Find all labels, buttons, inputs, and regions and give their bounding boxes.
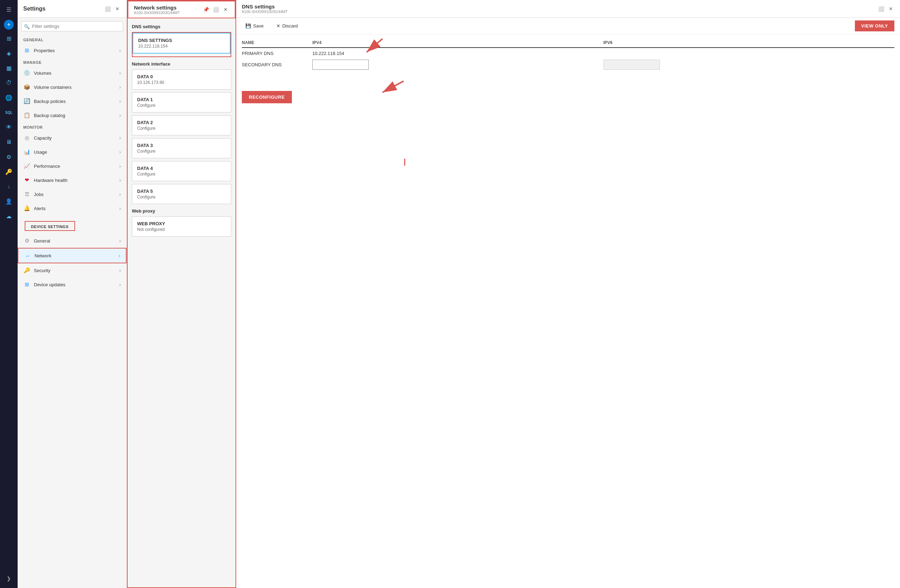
dns-panel-title: DNS settings — [242, 3, 288, 9]
sql-icon[interactable]: SQL — [3, 107, 15, 118]
discard-button[interactable]: ✕ Discard — [273, 21, 301, 31]
sidebar-item-general[interactable]: ⚙ General › — [18, 234, 127, 248]
eye-icon[interactable]: 👁 — [3, 121, 15, 133]
minimize-button[interactable]: ⬜ — [104, 5, 111, 12]
sidebar-item-network[interactable]: ↔ Network › — [18, 248, 127, 263]
network-maximize-button[interactable]: ⬜ — [212, 6, 219, 13]
search-input[interactable] — [21, 21, 123, 31]
dns-window-controls: ⬜ ✕ — [877, 5, 894, 12]
monitor-icon[interactable]: 🖥 — [3, 136, 15, 148]
close-button[interactable]: ✕ — [114, 5, 121, 12]
performance-label: Performance — [34, 164, 119, 169]
sidebar-item-security[interactable]: 🔑 Security › — [18, 263, 127, 278]
settings-header: Settings ⬜ ✕ — [18, 0, 127, 18]
dns-card-subtitle: 10.222.118.154 — [138, 44, 225, 49]
backup-policies-label: Backup policies — [34, 99, 119, 104]
save-button[interactable]: 💾 Save — [242, 21, 267, 31]
discard-label: Discard — [282, 23, 298, 29]
dns-card-wrapper: DNS SETTINGS 10.222.118.154 — [132, 32, 231, 57]
data5-card[interactable]: DATA 5 Configure — [132, 184, 231, 204]
backup-policies-arrow-icon: › — [119, 98, 121, 104]
dns-section-heading: DNS settings — [132, 24, 231, 29]
key-icon[interactable]: 🔑 — [3, 166, 15, 178]
network-settings-panel: Network settings 8100-SHX0991003G44MT 📌 … — [127, 0, 236, 588]
device-updates-arrow-icon: › — [119, 282, 121, 287]
properties-icon: ⊞ — [23, 47, 30, 54]
name-column-header: NAME — [242, 40, 312, 45]
hardware-health-icon: ❤ — [23, 177, 30, 184]
icon-bar: ☰ + ⊞ ◈ ▦ ⏱ 🌐 SQL 👁 🖥 ⚙ 🔑 ↓ 👤 ☁ ❯ — [0, 0, 18, 588]
window-controls: ⬜ ✕ — [104, 5, 121, 12]
primary-dns-label: PRIMARY DNS — [242, 51, 312, 56]
dns-close-button[interactable]: ✕ — [887, 5, 894, 12]
download-icon[interactable]: ↓ — [3, 180, 15, 192]
alerts-label: Alerts — [34, 206, 119, 211]
sidebar-item-properties[interactable]: ⊞ Properties › — [18, 43, 127, 57]
data3-subtitle: Configure — [137, 149, 226, 154]
jobs-label: Jobs — [34, 192, 119, 197]
hardware-health-label: Hardware health — [34, 178, 119, 183]
clock-icon[interactable]: ⏱ — [3, 77, 15, 89]
secondary-dns-row: SECONDARY DNS — [242, 60, 894, 70]
data1-title: DATA 1 — [137, 97, 226, 102]
network-title: Network settings — [134, 5, 180, 11]
view-only-button[interactable]: VIEW ONLY — [855, 20, 894, 31]
sidebar-item-usage[interactable]: 📊 Usage › — [18, 145, 127, 159]
sidebar-item-volume-containers[interactable]: 📦 Volume containers › — [18, 80, 127, 94]
network-header: Network settings 8100-SHX0991003G44MT 📌 … — [127, 1, 236, 18]
dns-settings-panel: DNS settings 8100-SHX0991003G44MT ⬜ ✕ 💾 … — [236, 0, 900, 588]
general-label: General — [34, 238, 119, 244]
sidebar-item-hardware-health[interactable]: ❤ Hardware health › — [18, 173, 127, 187]
monitor-section-label: MONITOR — [18, 122, 127, 131]
data4-subtitle: Configure — [137, 172, 226, 177]
network-arrow-icon: › — [118, 253, 120, 258]
data0-card[interactable]: DATA 0 10.126.173.90 — [132, 70, 231, 90]
device-updates-label: Device updates — [34, 282, 119, 287]
network-subtitle: 8100-SHX0991003G44MT — [134, 11, 180, 15]
sidebar-item-alerts[interactable]: 🔔 Alerts › — [18, 201, 127, 216]
data1-card[interactable]: DATA 1 Configure — [132, 92, 231, 112]
volume-containers-label: Volume containers — [34, 85, 119, 90]
search-box: 🔍 — [21, 21, 123, 31]
sidebar-item-capacity[interactable]: ◎ Capacity › — [18, 131, 127, 145]
dns-restore-button[interactable]: ⬜ — [877, 5, 884, 12]
secondary-dns-ipv4-input[interactable] — [312, 60, 369, 70]
data3-card[interactable]: DATA 3 Configure — [132, 138, 231, 158]
network-pin-button[interactable]: 📌 — [202, 6, 209, 13]
security-arrow-icon: › — [119, 268, 121, 273]
settings-scroll: GENERAL ⊞ Properties › MANAGE 💿 Volumes … — [18, 35, 127, 588]
properties-label: Properties — [34, 48, 119, 53]
sidebar-item-jobs[interactable]: ☰ Jobs › — [18, 187, 127, 201]
backup-catalog-label: Backup catalog — [34, 113, 119, 118]
add-button[interactable]: + — [4, 20, 14, 29]
web-proxy-card[interactable]: WEB PROXY Not configured — [132, 216, 231, 237]
hamburger-icon[interactable]: ☰ — [3, 3, 15, 16]
save-label: Save — [253, 23, 264, 29]
network-close-button[interactable]: ✕ — [222, 6, 229, 13]
sidebar-item-device-updates[interactable]: ⊞ Device updates › — [18, 278, 127, 292]
data4-card[interactable]: DATA 4 Configure — [132, 161, 231, 181]
person-icon[interactable]: 👤 — [3, 195, 15, 207]
general-icon: ⚙ — [23, 237, 30, 244]
expand-icon[interactable]: ❯ — [3, 572, 15, 585]
security-icon: 🔑 — [23, 267, 30, 274]
network-icon: ↔ — [24, 252, 31, 259]
dns-settings-card[interactable]: DNS SETTINGS 10.222.118.154 — [133, 33, 231, 54]
grid-icon[interactable]: ▦ — [3, 62, 15, 74]
sidebar-item-backup-policies[interactable]: 🔄 Backup policies › — [18, 94, 127, 108]
sidebar-item-backup-catalog[interactable]: 📋 Backup catalog › — [18, 108, 127, 122]
backup-policies-icon: 🔄 — [23, 98, 30, 105]
dashboard-icon[interactable]: ⊞ — [3, 33, 15, 44]
cloud-icon[interactable]: ☁ — [3, 210, 15, 222]
data1-subtitle: Configure — [137, 103, 226, 108]
sidebar-item-performance[interactable]: 📈 Performance › — [18, 159, 127, 173]
secondary-dns-ipv6-input[interactable] — [604, 60, 660, 70]
data2-card[interactable]: DATA 2 Configure — [132, 115, 231, 135]
usage-label: Usage — [34, 149, 119, 155]
sidebar-item-volumes[interactable]: 💿 Volumes › — [18, 66, 127, 80]
globe-icon[interactable]: 🌐 — [3, 92, 15, 104]
cube-icon[interactable]: ◈ — [3, 47, 15, 59]
cog-settings-icon[interactable]: ⚙ — [3, 151, 15, 163]
usage-arrow-icon: › — [119, 149, 121, 155]
reconfigure-button[interactable]: RECONFIGURE — [242, 91, 292, 103]
